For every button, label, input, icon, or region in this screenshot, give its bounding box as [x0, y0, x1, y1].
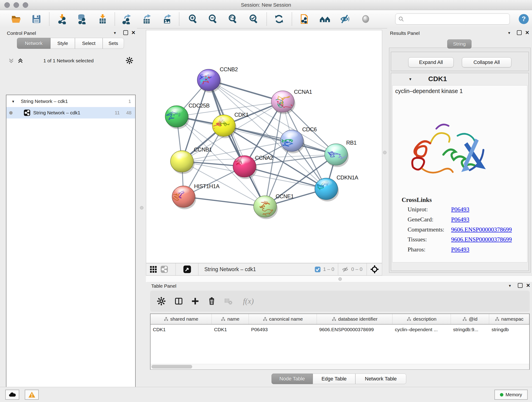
tab-network[interactable]: Network — [17, 38, 51, 49]
table-cell[interactable]: cyclin–dependent ... — [393, 325, 451, 335]
node-table[interactable]: shared namenamecanonical namedatabase id… — [150, 313, 530, 370]
export-network-icon[interactable] — [120, 13, 133, 26]
results-panel-menu-icon[interactable]: ▼ — [507, 31, 511, 35]
selected-checkbox-icon[interactable] — [315, 266, 321, 273]
tab-network-table[interactable]: Network Table — [355, 374, 406, 384]
network-canvas[interactable]: CCNB2CCNA1CDC25BCDK1CDC6RB1CCNB1CCNA2HIS… — [146, 30, 382, 263]
crosslink-tissues-link[interactable]: 9606.ENSP00000378699 — [451, 236, 512, 243]
network-node-count: 11 — [115, 110, 120, 115]
network-node-cdkn1a[interactable] — [315, 178, 339, 201]
results-panel-float-icon[interactable] — [517, 30, 522, 35]
import-network-from-file-icon[interactable] — [56, 13, 69, 26]
table-cell[interactable]: stringdb:9... — [451, 325, 489, 335]
tab-string[interactable]: String — [447, 39, 472, 49]
hide-glasses-icon[interactable] — [338, 13, 351, 26]
table-panel-float-icon[interactable] — [518, 283, 523, 288]
column-header-canonical-name[interactable]: canonical name — [249, 314, 317, 324]
crosslink-uniprot-link[interactable]: P06493 — [451, 206, 469, 213]
column-header-shared-name[interactable]: shared name — [151, 314, 212, 324]
crosshair-icon[interactable] — [370, 265, 379, 274]
import-table-icon[interactable] — [96, 13, 109, 26]
network-node-hist1h1a[interactable] — [171, 186, 196, 209]
string-home-icon[interactable] — [318, 13, 331, 26]
save-session-icon[interactable] — [30, 13, 43, 26]
vertical-splitter-handle[interactable] — [383, 151, 386, 154]
gene-expander-icon[interactable]: ▼ — [409, 77, 412, 81]
results-panel-close-icon[interactable]: ✕ — [525, 30, 529, 35]
table-horizontal-scrollbar[interactable] — [151, 364, 529, 370]
tab-select[interactable]: Select — [75, 38, 103, 49]
tab-node-table[interactable]: Node Table — [272, 374, 313, 384]
table-panel-menu-icon[interactable]: ▼ — [508, 284, 512, 288]
function-builder-icon[interactable]: f(x) — [238, 294, 259, 308]
network-node-rb1[interactable] — [325, 144, 349, 167]
toolbar-separator — [114, 12, 115, 26]
toolbar-separator — [198, 263, 198, 275]
horizontal-splitter-handle[interactable] — [338, 277, 342, 281]
network-share-toggle-icon[interactable] — [160, 265, 168, 273]
search-input[interactable] — [404, 16, 506, 22]
table-cell[interactable]: 9606.ENSP00000378699 — [317, 325, 393, 335]
horizontal-splitter[interactable] — [146, 275, 532, 282]
status-bar: Memory — [0, 387, 532, 402]
tab-sets[interactable]: Sets — [103, 38, 124, 49]
network-row-selected[interactable]: String Network – cdk1 11 48 — [6, 107, 135, 119]
column-header--id[interactable]: @id — [451, 314, 489, 324]
add-column-icon[interactable] — [188, 294, 202, 308]
column-header-description[interactable]: description — [393, 314, 451, 324]
open-in-window-icon[interactable] — [183, 265, 191, 274]
zoom-fit-icon[interactable] — [227, 13, 239, 26]
highlight-icon[interactable] — [359, 13, 372, 26]
table-header-row: shared namenamecanonical namedatabase id… — [151, 314, 529, 325]
table-cell[interactable]: stringdb — [489, 325, 529, 335]
tree-expander-icon[interactable]: ▼ — [12, 99, 15, 103]
table-settings-gear-icon[interactable] — [154, 294, 168, 308]
delete-table-icon[interactable] — [221, 294, 235, 308]
table-cell[interactable]: CDK1 — [212, 325, 249, 335]
tab-style[interactable]: Style — [51, 38, 75, 49]
zoom-out-icon[interactable] — [207, 13, 220, 26]
control-panel-menu-icon[interactable]: ▼ — [113, 31, 117, 35]
network-node-cdc25b[interactable] — [165, 106, 189, 129]
crosslink-genecard-link[interactable]: P06493 — [451, 216, 469, 223]
expand-all-button[interactable]: Expand All — [408, 57, 454, 67]
export-image-icon[interactable] — [161, 13, 173, 26]
network-share-icon — [24, 109, 31, 116]
open-session-icon[interactable] — [10, 13, 22, 26]
show-columns-icon[interactable] — [172, 294, 186, 308]
delete-column-icon[interactable] — [205, 294, 219, 308]
help-icon[interactable]: ? — [517, 13, 530, 26]
control-panel-float-icon[interactable] — [123, 30, 128, 35]
table-cell[interactable]: CDK1 — [151, 325, 212, 335]
zoom-selected-icon[interactable] — [247, 13, 260, 26]
collapse-all-button[interactable]: Collapse All — [462, 57, 511, 67]
import-network-from-database-icon[interactable] — [75, 13, 88, 26]
table-row[interactable]: CDK1CDK1P064939606.ENSP00000378699cyclin… — [151, 325, 529, 335]
refresh-icon[interactable] — [273, 13, 285, 26]
network-node-ccna1[interactable] — [271, 91, 298, 114]
zoom-in-icon[interactable] — [187, 13, 200, 26]
export-table-icon[interactable] — [140, 13, 153, 26]
tab-edge-table[interactable]: Edge Table — [313, 374, 355, 384]
column-header-name[interactable]: name — [212, 314, 249, 324]
hidden-eye-slash-icon[interactable] — [341, 266, 349, 273]
scrollbar-thumb[interactable] — [152, 365, 192, 369]
network-graph[interactable]: CCNB2CCNA1CDC25BCDK1CDC6RB1CCNB1CCNA2HIS… — [146, 30, 382, 263]
control-panel-close-icon[interactable]: ✕ — [131, 30, 135, 35]
crosslink-pharos-link[interactable]: P06493 — [451, 246, 469, 253]
cloud-icon — [8, 392, 16, 398]
gear-icon[interactable] — [126, 57, 133, 64]
table-panel-close-icon[interactable]: ✕ — [526, 283, 530, 288]
network-collection-row[interactable]: ▼ String Network – cdk1 1 — [6, 96, 135, 107]
cloud-button[interactable] — [5, 390, 19, 400]
crosslink-compartments-link[interactable]: 9606.ENSP00000378699 — [451, 226, 512, 233]
share-document-icon[interactable] — [298, 13, 311, 26]
table-cell[interactable]: P06493 — [249, 325, 317, 335]
memory-button[interactable]: Memory — [494, 390, 528, 400]
birds-eye-grid-icon[interactable] — [149, 265, 157, 273]
column-header-database-identifier[interactable]: database identifier — [317, 314, 393, 324]
search-field[interactable] — [395, 13, 510, 25]
column-header-namespac[interactable]: namespac — [489, 314, 529, 324]
vertical-splitter-handle[interactable] — [140, 206, 143, 210]
warning-button[interactable] — [25, 390, 39, 400]
